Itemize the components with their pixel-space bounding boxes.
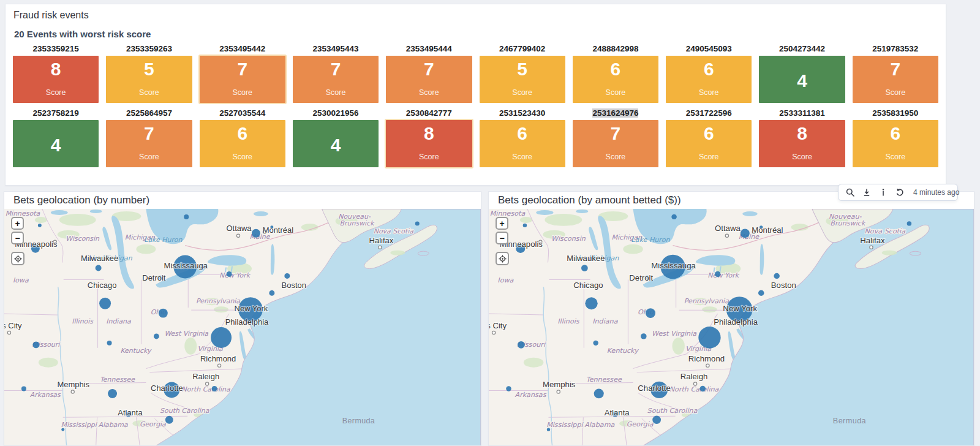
event-id-label: 2535831950 (853, 108, 938, 120)
score-value: 5 (517, 60, 527, 78)
zoom-in-button[interactable]: + (496, 217, 508, 230)
svg-text:Georgia: Georgia (140, 420, 166, 428)
search-button[interactable] (845, 187, 856, 198)
score-cards-grid: 23533592158Score23533592635Score23534954… (6, 39, 946, 167)
zoom-out-button[interactable]: − (11, 232, 24, 244)
svg-text:New York: New York (219, 271, 251, 279)
svg-text:Nova Scotia: Nova Scotia (865, 227, 906, 235)
event-card-cell: 25316249767Score (573, 108, 658, 167)
svg-text:Detroit: Detroit (629, 274, 653, 283)
svg-text:Detroit: Detroit (142, 273, 166, 282)
svg-text:Mississippi: Mississippi (546, 421, 584, 429)
event-id-label: 2531523430 (480, 108, 565, 120)
svg-text:Philadelphia: Philadelphia (225, 317, 269, 327)
svg-text:New York: New York (235, 304, 268, 313)
svg-text:Atlanta: Atlanta (605, 408, 630, 417)
svg-text:Kentucky: Kentucky (607, 347, 639, 355)
map-by-amount: MinnesotaWisconsinMichiganIowaIllinoisIn… (489, 209, 974, 446)
score-card: 6Score (573, 56, 658, 103)
map-by-number: MinnesotaWisconsinMichiganIowaIllinoisIn… (4, 209, 481, 446)
score-card: 6Score (666, 56, 752, 103)
event-id-label: 2533311381 (759, 108, 845, 120)
info-icon (879, 188, 888, 197)
score-value: 5 (144, 60, 154, 78)
search-icon (846, 188, 854, 197)
svg-text:Indiana: Indiana (592, 317, 618, 325)
download-button[interactable] (861, 187, 872, 198)
score-card: 8Score (759, 120, 845, 167)
svg-text:South Carolina: South Carolina (160, 407, 209, 415)
score-card: 6Score (480, 120, 565, 167)
svg-text:Minnesota: Minnesota (6, 210, 40, 217)
map-panel-by-amount: Bets geolocation (by amount betted ($)) (488, 191, 974, 446)
svg-text:Tennessee: Tennessee (586, 376, 622, 384)
map-controls: +− (11, 217, 24, 267)
score-label: Score (232, 153, 252, 161)
svg-text:Nova Scotia: Nova Scotia (374, 227, 414, 235)
event-card-cell: 25258649577Score (106, 108, 192, 167)
score-value: 8 (424, 124, 434, 143)
event-id-label: 2467799402 (480, 44, 565, 56)
score-card: 6Score (666, 120, 752, 167)
event-id-label: 2525864957 (106, 108, 192, 120)
map-title-by-number: Bets geolocation (by number) (4, 192, 481, 209)
svg-text:Mississauga: Mississauga (651, 261, 696, 270)
svg-text:North Carolina: North Carolina (182, 385, 230, 393)
svg-text:Ottawa: Ottawa (715, 224, 741, 233)
refresh-icon (895, 188, 904, 197)
event-card-cell: 24677994025Score (480, 44, 565, 103)
score-label: Score (419, 88, 439, 97)
svg-text:Kansas City: Kansas City (4, 321, 22, 330)
score-value: 6 (611, 60, 621, 78)
inspect-button[interactable] (878, 187, 889, 198)
svg-text:Charlotte: Charlotte (151, 384, 183, 393)
score-value: 8 (51, 60, 61, 78)
svg-text:Charlotte: Charlotte (638, 384, 670, 393)
svg-text:Halifax: Halifax (369, 236, 394, 245)
svg-text:Pennsylvania: Pennsylvania (684, 297, 729, 305)
score-label: Score (606, 88, 626, 97)
event-card-cell: 25308427778Score (386, 108, 472, 167)
event-card-cell: 25197835327Score (853, 44, 938, 103)
event-card-cell: 25042734424 (759, 44, 845, 103)
svg-text:Iowa: Iowa (13, 276, 29, 284)
event-id-label: 2530021956 (293, 108, 379, 120)
svg-text:Mississauga: Mississauga (164, 261, 208, 270)
svg-text:Indiana: Indiana (106, 317, 131, 325)
zoom-in-button[interactable]: + (11, 217, 24, 230)
map-canvas[interactable]: MinnesotaWisconsinMichiganIowaIllinoisIn… (489, 209, 974, 446)
event-card-cell: 25358319506Score (853, 108, 938, 167)
svg-text:New York: New York (723, 304, 757, 313)
svg-text:Lake Huron: Lake Huron (144, 236, 183, 244)
svg-text:Alabama: Alabama (98, 421, 128, 429)
event-card-cell: 25333113818Score (759, 108, 845, 167)
score-card: 7Score (853, 56, 938, 103)
svg-text:North Carolina: North Carolina (669, 386, 719, 394)
score-label: Score (512, 153, 532, 161)
event-id-label: 2490545093 (666, 44, 752, 56)
svg-text:Arkansas: Arkansas (515, 391, 547, 399)
score-label: Score (139, 153, 159, 161)
event-id-label: 2353495443 (293, 44, 379, 56)
svg-text:Ottawa: Ottawa (226, 224, 252, 233)
refresh-button[interactable] (894, 187, 905, 198)
svg-text:West Virginia: West Virginia (652, 330, 696, 338)
event-card-cell: 23533592635Score (106, 44, 192, 103)
score-label: Score (512, 88, 532, 97)
score-label: Score (699, 153, 719, 161)
event-card-cell: 25270355446Score (200, 108, 285, 167)
score-label: Score (792, 153, 812, 161)
score-value: 6 (704, 124, 714, 143)
event-id-label: 2353495444 (386, 44, 472, 56)
svg-text:Pennsylvania: Pennsylvania (196, 297, 240, 305)
svg-text:Illinois: Illinois (557, 317, 580, 325)
svg-text:Mississippi: Mississippi (61, 421, 98, 429)
locate-button[interactable] (11, 252, 24, 265)
score-value: 7 (331, 60, 341, 78)
map-canvas[interactable]: MinnesotaWisconsinMichiganIowaIllinoisIn… (4, 209, 481, 446)
zoom-out-button[interactable]: − (496, 232, 508, 244)
svg-text:Philadelphia: Philadelphia (714, 317, 758, 327)
score-card: 7Score (573, 120, 658, 167)
score-label: Score (886, 88, 906, 97)
locate-button[interactable] (496, 252, 509, 265)
